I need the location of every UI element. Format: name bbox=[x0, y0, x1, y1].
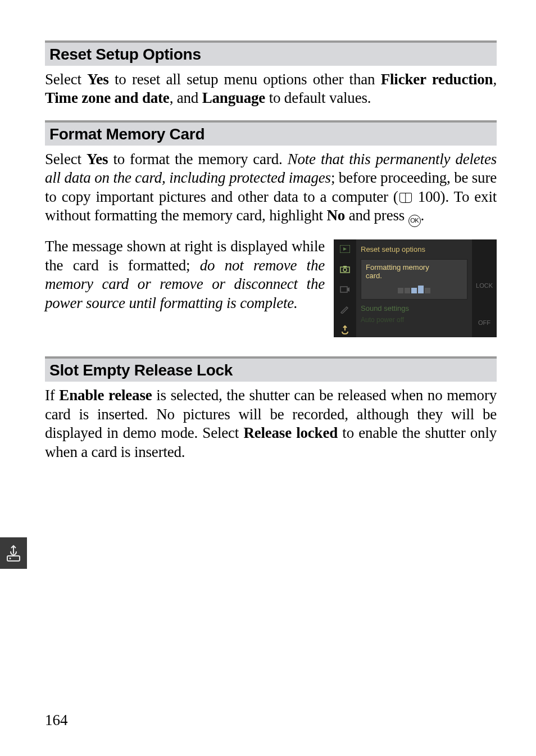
svg-marker-1 bbox=[343, 247, 347, 251]
setup-tab-icon bbox=[6, 544, 21, 563]
screenshot-item-auto-off: Auto power off bbox=[361, 316, 467, 324]
svg-point-8 bbox=[10, 558, 11, 559]
section-header-reset: Reset Setup Options bbox=[45, 40, 497, 66]
screenshot-menu-title: Reset setup options bbox=[361, 245, 467, 253]
section-header-slot: Slot Empty Release Lock bbox=[45, 356, 497, 382]
reset-body: Select Yes to reset all setup menu optio… bbox=[45, 70, 497, 108]
playback-icon bbox=[339, 244, 351, 254]
screenshot-item-sound: Sound settings bbox=[361, 304, 467, 313]
svg-rect-4 bbox=[343, 266, 347, 268]
format-body-2: The message shown at right is displayed … bbox=[45, 237, 325, 313]
section-header-format: Format Memory Card bbox=[45, 120, 497, 146]
slot-body: If Enable release is selected, the shutt… bbox=[45, 386, 497, 461]
camera-icon bbox=[339, 264, 351, 274]
formatting-line2: card. bbox=[366, 271, 462, 280]
badge-lock: LOCK bbox=[476, 282, 493, 289]
screenshot-menu: Reset setup options Formatting memory ca… bbox=[356, 239, 472, 337]
side-tab bbox=[0, 537, 27, 569]
ok-button-icon: OK bbox=[408, 215, 421, 227]
formatting-line1: Formatting memory bbox=[366, 263, 462, 271]
camera-screenshot: Reset setup options Formatting memory ca… bbox=[334, 239, 497, 337]
format-body-1: Select Yes to format the memory card. No… bbox=[45, 150, 497, 227]
retouch-icon bbox=[339, 305, 351, 315]
book-icon bbox=[399, 193, 412, 203]
badge-off: OFF bbox=[478, 319, 490, 326]
svg-point-3 bbox=[343, 268, 347, 271]
setup-icon bbox=[339, 325, 351, 335]
svg-rect-7 bbox=[7, 556, 20, 561]
svg-rect-5 bbox=[340, 287, 347, 292]
movie-icon bbox=[339, 284, 351, 295]
screenshot-right-column: LOCK OFF bbox=[472, 239, 497, 337]
screenshot-formatting-box: Formatting memory card. bbox=[361, 259, 467, 300]
page-number: 164 bbox=[45, 712, 68, 729]
screenshot-left-tabs bbox=[334, 239, 356, 337]
screenshot-progress bbox=[366, 288, 462, 293]
